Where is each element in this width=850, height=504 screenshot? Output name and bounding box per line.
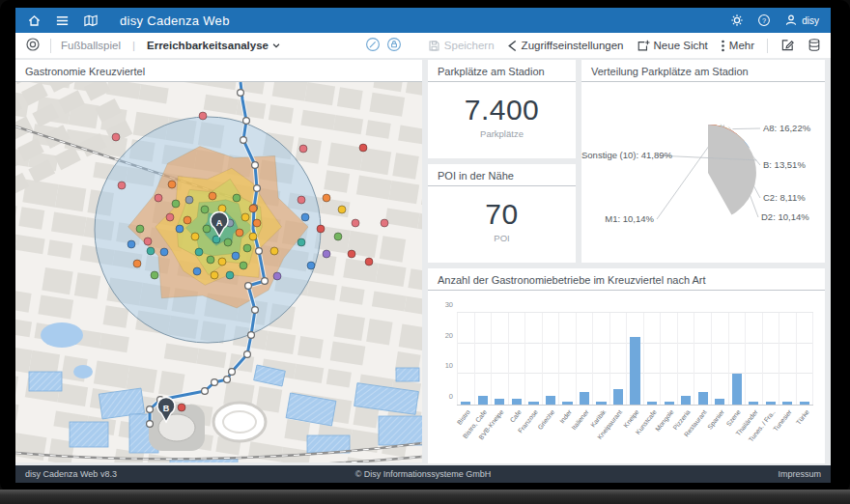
settings-gear-icon[interactable] — [730, 14, 744, 27]
poi-dot[interactable] — [166, 213, 174, 221]
poi-dot[interactable] — [176, 225, 184, 233]
poi-dot[interactable] — [185, 196, 193, 204]
route-waypoint[interactable] — [202, 388, 209, 395]
bar[interactable] — [512, 399, 522, 405]
bar[interactable] — [596, 402, 606, 405]
breadcrumb-current-view[interactable]: Erreichbarkeitsanalyse — [147, 40, 281, 51]
poi-dot[interactable] — [147, 247, 155, 255]
bar[interactable] — [749, 402, 758, 405]
route-waypoint[interactable] — [254, 185, 261, 192]
poi-dot[interactable] — [144, 238, 152, 245]
route-waypoint[interactable] — [252, 307, 259, 314]
route-waypoint[interactable] — [212, 379, 218, 386]
poi-dot[interactable] — [193, 267, 201, 275]
poi-dot[interactable] — [203, 225, 211, 233]
poi-dot[interactable] — [365, 258, 373, 266]
pie-slice[interactable] — [708, 125, 756, 215]
bar[interactable] — [800, 402, 809, 405]
poi-dot[interactable] — [211, 271, 218, 279]
route-waypoint[interactable] — [147, 406, 154, 413]
bar[interactable] — [528, 402, 538, 405]
poi-dot[interactable] — [249, 233, 257, 240]
poi-dot[interactable] — [301, 213, 309, 221]
poi-dot[interactable] — [359, 144, 367, 152]
bar[interactable] — [766, 402, 776, 405]
poi-dot[interactable] — [224, 238, 232, 246]
poi-dot[interactable] — [136, 225, 144, 233]
route-waypoint[interactable] — [224, 377, 231, 383]
route-waypoint[interactable] — [252, 162, 259, 169]
poi-dot[interactable] — [233, 194, 241, 202]
poi-dot[interactable] — [270, 247, 278, 255]
poi-dot[interactable] — [273, 272, 281, 280]
edit-note-icon[interactable] — [780, 38, 795, 54]
map-view[interactable]: AB — [15, 82, 422, 462]
poi-dot[interactable] — [253, 219, 261, 227]
bar[interactable] — [732, 374, 742, 405]
poi-dot[interactable] — [160, 248, 168, 256]
poi-dot[interactable] — [240, 262, 247, 269]
poi-dot[interactable] — [207, 256, 214, 264]
route-waypoint[interactable] — [248, 332, 255, 339]
poi-dot[interactable] — [155, 194, 162, 202]
bar[interactable] — [782, 402, 792, 405]
poi-dot[interactable] — [323, 250, 330, 258]
poi-dot[interactable] — [334, 233, 342, 240]
access-settings-button[interactable]: Zugriffseinstellungen — [507, 40, 624, 52]
route-waypoint[interactable] — [241, 137, 247, 144]
more-button[interactable]: Mehr — [721, 40, 754, 52]
poi-dot[interactable] — [128, 240, 135, 248]
poi-dot[interactable] — [218, 205, 226, 212]
home-icon[interactable] — [27, 14, 42, 28]
poi-dot[interactable] — [151, 271, 158, 279]
poi-dot[interactable] — [381, 219, 388, 227]
poi-dot[interactable] — [299, 145, 307, 153]
poi-dot[interactable] — [338, 206, 346, 213]
poi-dot[interactable] — [172, 200, 180, 208]
poi-dot[interactable] — [236, 229, 243, 237]
bar[interactable] — [715, 399, 724, 405]
bar[interactable] — [613, 389, 623, 405]
poi-dot[interactable] — [218, 258, 226, 266]
poi-dot[interactable] — [352, 219, 359, 227]
bar[interactable] — [461, 402, 470, 405]
poi-dot[interactable] — [201, 206, 209, 213]
poi-dot[interactable] — [317, 225, 325, 233]
bar[interactable] — [665, 402, 674, 405]
user-menu[interactable]: disy — [784, 14, 819, 27]
poi-dot[interactable] — [112, 133, 120, 141]
route-waypoint[interactable] — [244, 351, 251, 358]
route-waypoint[interactable] — [229, 369, 236, 376]
route-waypoint[interactable] — [238, 90, 244, 97]
poi-dot[interactable] — [232, 252, 240, 260]
map-icon[interactable] — [83, 14, 99, 28]
poi-dot[interactable] — [209, 192, 216, 200]
poi-dot[interactable] — [133, 260, 141, 267]
route-waypoint[interactable] — [262, 278, 269, 285]
footer-impressum-link[interactable]: Impressum — [778, 469, 821, 479]
poi-dot[interactable] — [348, 250, 355, 258]
poi-dot[interactable] — [249, 205, 257, 212]
bar[interactable] — [478, 396, 488, 406]
poi-dot[interactable] — [184, 216, 191, 224]
poi-dot[interactable] — [191, 233, 199, 240]
edit-circle-icon[interactable] — [365, 37, 381, 54]
route-waypoint[interactable] — [256, 248, 263, 255]
workbook-target-icon[interactable] — [25, 37, 41, 54]
lock-circle-icon[interactable] — [386, 37, 402, 54]
poi-dot[interactable] — [178, 404, 185, 411]
poi-dot[interactable] — [226, 271, 234, 279]
bar[interactable] — [630, 337, 639, 405]
route-waypoint[interactable] — [245, 283, 252, 290]
bar[interactable] — [562, 402, 572, 405]
poi-dot[interactable] — [323, 194, 330, 202]
route-waypoint[interactable] — [147, 421, 154, 428]
bar[interactable] — [698, 392, 708, 405]
poi-dot[interactable] — [199, 112, 207, 120]
new-view-button[interactable]: Neue Sicht — [637, 40, 708, 52]
bar[interactable] — [546, 396, 555, 406]
poi-dot[interactable] — [168, 181, 176, 188]
route-waypoint[interactable] — [243, 118, 250, 125]
database-icon[interactable] — [808, 38, 821, 54]
poi-dot[interactable] — [241, 213, 249, 221]
